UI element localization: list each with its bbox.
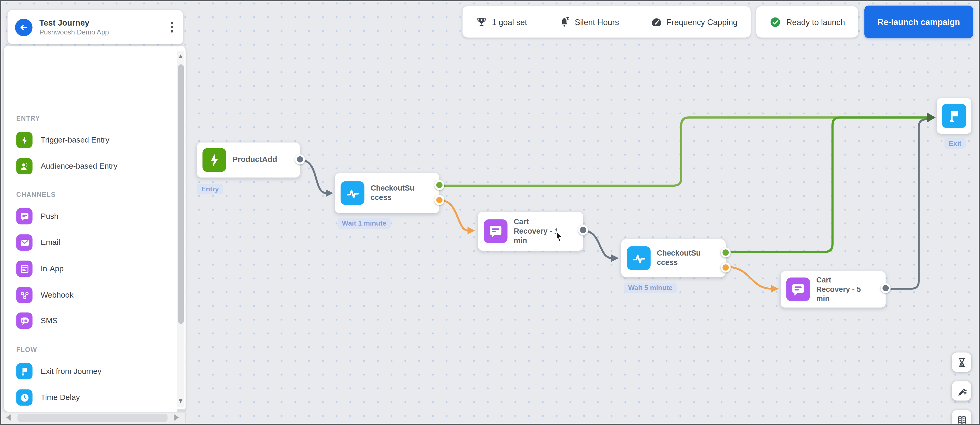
- edge-checkout2-to-exit: [726, 118, 929, 252]
- section-label-channels: CHANNELS: [16, 191, 56, 198]
- audience-icon: [16, 158, 32, 174]
- sidebar-item-label: Email: [41, 238, 60, 247]
- edit-notes-button[interactable]: [952, 381, 971, 401]
- envelope-icon: [16, 234, 32, 251]
- node-checkout-success-2[interactable]: CheckoutSuccess: [621, 239, 725, 277]
- gauge-icon: [650, 16, 662, 28]
- trophy-icon: [476, 16, 488, 28]
- sidebar-item-trigger-based-entry[interactable]: Trigger-based Entry: [16, 132, 109, 148]
- node-label: CheckoutSuccess: [657, 249, 705, 267]
- sidebar-item-time-delay[interactable]: Time Delay: [16, 390, 80, 406]
- node-exit[interactable]: [937, 98, 971, 134]
- scrollbar-thumb[interactable]: [178, 64, 183, 324]
- chat-bubble-icon: [16, 208, 32, 224]
- journey-title: Test Journey: [40, 18, 164, 27]
- output-port[interactable]: [295, 154, 305, 164]
- pulse-icon: [340, 181, 364, 205]
- edge-checkout1-to-cartrecovery1: [441, 201, 468, 231]
- sidebar-item-audience-based-entry[interactable]: Audience-based Entry: [16, 158, 118, 174]
- edge-checkout1-to-exit: [441, 118, 929, 186]
- node-badge-wait: Wait 1 minute: [337, 218, 391, 229]
- silent-hours-button[interactable]: Silent Hours: [558, 16, 619, 28]
- sidebar-horizontal-scrollbar[interactable]: [1, 412, 185, 423]
- scroll-up-icon[interactable]: [178, 54, 182, 58]
- launch-status-label: Ready to launch: [786, 17, 845, 27]
- node-product-add[interactable]: ProductAdd: [197, 143, 300, 178]
- lightning-icon: [202, 148, 226, 172]
- output-port-timeout[interactable]: [721, 263, 730, 272]
- node-checkout-success-1[interactable]: CheckoutSuccess: [335, 173, 439, 213]
- node-badge-entry: Entry: [197, 184, 223, 194]
- sidebar-item-email[interactable]: Email: [16, 234, 60, 251]
- journey-header-card: Test Journey Pushwoosh Demo App: [8, 10, 183, 45]
- check-circle-icon: [770, 16, 781, 28]
- documentation-button[interactable]: [952, 410, 971, 425]
- scrollbar-thumb[interactable]: [18, 414, 167, 422]
- sidebar-item-in-app[interactable]: In-App: [16, 261, 64, 277]
- scroll-right-icon[interactable]: [174, 415, 179, 421]
- arrow-left-icon: [19, 22, 29, 32]
- flag-icon: [942, 103, 966, 128]
- arrowhead-icon: [611, 254, 619, 262]
- goal-settings-button[interactable]: 1 goal set: [476, 16, 527, 28]
- launch-status-card: Ready to launch: [756, 6, 858, 38]
- edit-notes-icon: [956, 385, 967, 396]
- journey-settings-toolbar: 1 goal set Silent Hours Frequency Cappin…: [463, 6, 751, 38]
- inapp-layout-icon: [16, 261, 32, 277]
- book-icon: [956, 414, 967, 425]
- output-port-event[interactable]: [434, 180, 444, 190]
- pulse-icon: [627, 246, 651, 270]
- sidebar-item-label: In-App: [41, 264, 64, 273]
- node-cart-recovery-5[interactable]: Cart Recovery - 5 min: [781, 271, 886, 307]
- sidebar-item-label: Push: [41, 212, 59, 221]
- node-badge-exit: Exit: [944, 138, 966, 149]
- bell-sleep-icon: [558, 16, 570, 28]
- frequency-capping-button[interactable]: Frequency Capping: [650, 16, 737, 28]
- hourglass-icon: [956, 357, 967, 368]
- relaunch-campaign-button[interactable]: Re-launch campaign: [864, 6, 973, 38]
- sidebar-item-label: SMS: [41, 316, 58, 325]
- journey-history-button[interactable]: [952, 352, 971, 372]
- edge-checkout2-to-cartrecovery5: [726, 267, 772, 289]
- section-label-flow: FLOW: [16, 345, 37, 353]
- arrowhead-icon: [468, 227, 475, 234]
- clock-icon: [16, 390, 32, 406]
- output-port[interactable]: [578, 225, 588, 235]
- elements-sidebar: ENTRY Trigger-based Entry Audience-based…: [4, 46, 186, 412]
- scroll-left-icon[interactable]: [6, 415, 11, 421]
- sidebar-item-sms[interactable]: SMS SMS: [16, 312, 57, 329]
- goal-settings-label: 1 goal set: [492, 17, 527, 27]
- sidebar-item-label: Trigger-based Entry: [41, 136, 109, 145]
- sidebar-item-exit-from-journey[interactable]: Exit from Journey: [16, 363, 101, 379]
- journey-app-name: Pushwoosh Demo App: [40, 28, 164, 36]
- node-label: CheckoutSuccess: [371, 184, 418, 202]
- scroll-down-icon[interactable]: [178, 400, 182, 403]
- silent-hours-label: Silent Hours: [575, 17, 619, 27]
- arrowhead-icon: [771, 285, 779, 293]
- back-button[interactable]: [15, 19, 32, 36]
- sidebar-item-push[interactable]: Push: [16, 208, 59, 224]
- node-badge-wait: Wait 5 minute: [624, 282, 677, 293]
- sidebar-vertical-scrollbar[interactable]: [177, 51, 185, 407]
- output-port-timeout[interactable]: [434, 195, 444, 205]
- output-port-event[interactable]: [721, 247, 730, 258]
- edge-cartrecovery1-to-checkout2: [583, 231, 612, 258]
- journey-canvas-window[interactable]: ProductAdd Entry CheckoutSuccess Wait 1 …: [0, 0, 980, 425]
- edge-productadd-to-checkout1: [301, 160, 326, 193]
- svg-text:SMS: SMS: [21, 318, 27, 322]
- frequency-capping-label: Frequency Capping: [667, 17, 738, 27]
- node-label: Cart Recovery - 5 min: [816, 275, 864, 304]
- sidebar-item-label: Webhook: [41, 291, 73, 299]
- output-port[interactable]: [881, 283, 891, 293]
- edge-cartrecovery5-to-exit: [886, 119, 928, 289]
- arrowhead-icon: [326, 189, 333, 197]
- node-cart-recovery-1[interactable]: Cart Recovery - 1 min: [478, 212, 583, 251]
- sms-bubble-icon: SMS: [16, 312, 32, 329]
- webhook-icon: [16, 287, 32, 303]
- sidebar-item-webhook[interactable]: Webhook: [16, 287, 73, 303]
- sidebar-item-label: Audience-based Entry: [41, 162, 118, 171]
- flag-icon: [16, 363, 32, 379]
- lightning-icon: [16, 132, 32, 148]
- journey-menu-button[interactable]: [164, 19, 179, 36]
- section-label-entry: ENTRY: [16, 115, 40, 122]
